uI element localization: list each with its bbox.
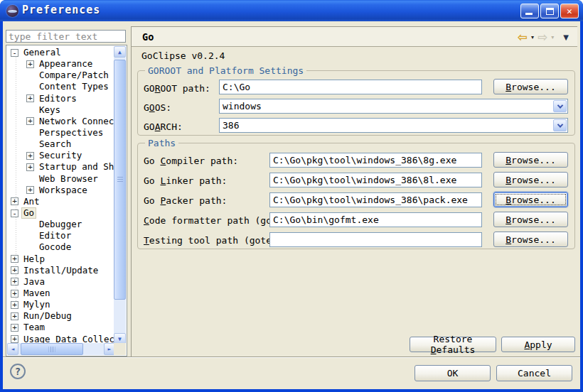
expand-icon[interactable]: + — [11, 312, 18, 320]
minimize-button[interactable] — [520, 4, 539, 18]
expand-icon[interactable]: + — [26, 163, 34, 171]
tree-item-workspace[interactable]: +Workspace — [7, 185, 114, 196]
collapse-icon[interactable]: - — [11, 209, 18, 217]
view-menu-icon[interactable]: ▼ — [563, 33, 569, 41]
tree-item-editors[interactable]: +Editors — [7, 93, 114, 104]
close-icon: ✕ — [567, 6, 572, 16]
goos-combo-dropdown-button[interactable] — [553, 100, 567, 112]
tree-horizontal-scrollbar[interactable]: ◄ ► — [7, 343, 115, 355]
scroll-up-button[interactable]: ▲ — [114, 46, 126, 58]
expand-icon[interactable]: + — [26, 94, 34, 102]
tree-item-debugger[interactable]: Debugger — [7, 219, 114, 230]
goroot-browse-button[interactable]: Browse... — [493, 79, 568, 94]
button-text: rowse... — [511, 234, 556, 245]
expand-icon[interactable]: + — [11, 290, 18, 298]
code-formatter-browse-button[interactable]: Browse... — [493, 212, 568, 227]
expand-icon[interactable]: + — [26, 60, 34, 68]
close-button[interactable]: ✕ — [560, 4, 579, 18]
goarch-combo-dropdown-button[interactable] — [553, 119, 567, 131]
expand-icon[interactable]: + — [11, 324, 18, 332]
cancel-button[interactable]: Cancel — [496, 365, 572, 381]
tree-vertical-scrollbar[interactable]: ▲ ▼ — [114, 46, 126, 344]
tree-item-general[interactable]: -General — [7, 47, 114, 58]
tree-item-run-debug[interactable]: +Run/Debug — [7, 310, 114, 322]
label-text: OS: — [155, 102, 171, 113]
tree-item-perspectives[interactable]: Perspectives — [7, 127, 114, 138]
tree-item-content-types[interactable]: Content Types — [7, 81, 114, 92]
back-arrow-icon[interactable]: ⇦ — [518, 30, 528, 44]
tree-item-ant[interactable]: +Ant — [7, 196, 114, 207]
group-legend-text: Paths — [148, 138, 176, 148]
expand-icon[interactable]: + — [26, 152, 34, 160]
goos-combo[interactable]: windows — [219, 99, 568, 114]
testing-tool-browse-button[interactable]: Browse... — [493, 232, 568, 247]
tree-item-search[interactable]: Search — [7, 138, 114, 150]
plugin-version-label: GoClipse v0.2.4 — [141, 50, 225, 61]
expand-icon[interactable]: + — [11, 197, 18, 205]
page-navigation: ⇦ ▾ ⇨ ▾ ▼ — [518, 27, 569, 47]
tree-indent-spacer — [26, 221, 34, 229]
go-linker-path-label: Go Linker path: — [144, 175, 227, 186]
maximize-button[interactable] — [540, 4, 559, 18]
tree-item-label: Security — [38, 151, 83, 160]
ok-button[interactable]: OK — [414, 365, 491, 381]
titlebar[interactable]: Preferences ✕ — [0, 0, 583, 21]
forward-arrow-icon[interactable]: ⇨ — [537, 30, 547, 44]
go-compiler-browse-button[interactable]: Browse... — [493, 152, 568, 168]
label-text: G — [144, 102, 149, 113]
tree-item-keys[interactable]: Keys — [7, 104, 114, 116]
tree-item-web-browser[interactable]: Web Browser — [7, 173, 114, 185]
tree-item-help[interactable]: +Help — [7, 254, 114, 265]
tree-item-maven[interactable]: +Maven — [7, 288, 114, 299]
tree-item-install-update[interactable]: +Install/Update — [7, 265, 114, 276]
scroll-left-button[interactable]: ◄ — [7, 343, 18, 355]
go-packer-path-input[interactable] — [269, 192, 482, 207]
page-title: Go — [142, 31, 154, 43]
expand-icon[interactable]: + — [11, 266, 18, 274]
go-compiler-path-input[interactable] — [269, 153, 482, 168]
button-text: Restore — [434, 334, 473, 344]
testing-tool-path-input[interactable] — [269, 232, 482, 247]
tree-item-team[interactable]: +Team — [7, 322, 114, 333]
tree-item-gocode[interactable]: Gocode — [7, 241, 114, 253]
scrollbar-grip — [49, 347, 55, 352]
tree-item-java[interactable]: +Java — [7, 276, 114, 288]
apply-button[interactable]: Apply — [501, 337, 575, 352]
button-mnemonic: D — [431, 344, 437, 355]
tree-item-appearance[interactable]: +Appearance — [7, 58, 114, 70]
tree-item-startup-and-shu[interactable]: +Startup and Shu — [7, 161, 114, 173]
go-packer-browse-button[interactable]: Browse... — [493, 192, 568, 207]
tree-item-network-connect[interactable]: +Network Connect — [7, 116, 114, 127]
button-label: Browse... — [506, 175, 555, 185]
expand-icon[interactable]: + — [11, 278, 18, 285]
restore-defaults-button[interactable]: Restore Defaults — [410, 337, 496, 352]
tree-item-mylyn[interactable]: +Mylyn — [7, 299, 114, 310]
button-text: pply — [530, 339, 552, 350]
button-text: rowse... — [511, 175, 556, 185]
code-formatter-path-input[interactable] — [269, 212, 482, 227]
expand-icon[interactable]: + — [11, 335, 18, 343]
tree-item-security[interactable]: +Security — [7, 150, 114, 161]
expand-icon[interactable]: + — [11, 255, 18, 263]
back-dropdown-icon[interactable]: ▾ — [531, 34, 534, 40]
go-linker-browse-button[interactable]: Browse... — [493, 172, 568, 187]
chevron-down-icon — [557, 121, 562, 127]
expand-icon[interactable]: + — [11, 301, 18, 309]
tree-item-compare-patch[interactable]: Compare/Patch — [7, 70, 114, 81]
tree-item-editor[interactable]: Editor — [7, 230, 114, 241]
collapse-icon[interactable]: - — [11, 49, 18, 57]
go-linker-path-input[interactable] — [269, 173, 482, 187]
scroll-left-icon: ◄ — [11, 346, 15, 352]
tree-item-label: Java — [22, 277, 46, 287]
goarch-combo[interactable]: 386 — [219, 118, 568, 133]
horizontal-scrollbar-thumb[interactable] — [21, 343, 83, 355]
goroot-path-input[interactable] — [219, 80, 482, 94]
filter-input[interactable] — [6, 30, 126, 43]
group-legend-text: GOROOT and Platform Settings — [148, 65, 304, 76]
vertical-scrollbar-thumb[interactable] — [114, 60, 126, 300]
expand-icon[interactable]: + — [26, 186, 34, 194]
label-text: OOT path: — [160, 83, 210, 94]
help-button[interactable]: ? — [10, 364, 26, 379]
tree-item-go[interactable]: -Go — [7, 207, 114, 219]
expand-icon[interactable]: + — [26, 117, 34, 125]
